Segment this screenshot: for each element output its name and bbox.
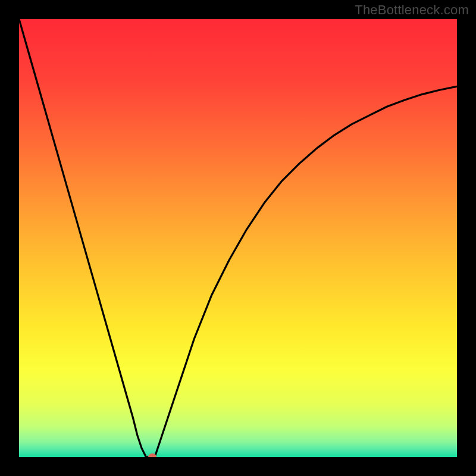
bottleneck-marker: [148, 453, 156, 457]
bottleneck-curve: [19, 19, 457, 457]
chart-frame: TheBottleneck.com: [0, 0, 476, 476]
plot-area: [19, 19, 457, 457]
watermark-text: TheBottleneck.com: [355, 2, 469, 18]
